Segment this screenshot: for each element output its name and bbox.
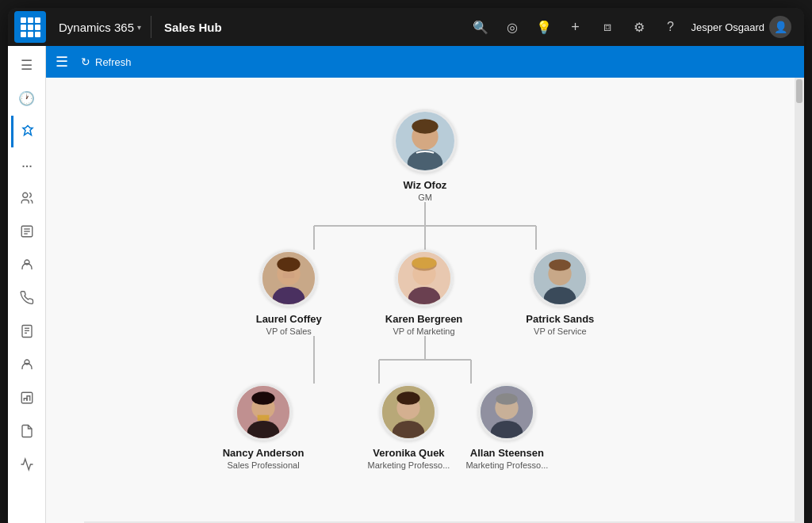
node-name-patrick: Patrick Sands — [526, 313, 594, 325]
sidebar-item-analytics[interactable] — [11, 449, 43, 480]
svg-point-30 — [412, 257, 436, 269]
svg-point-49 — [397, 391, 420, 405]
level2-row: Laurel Coffey VP of Sales — [256, 250, 595, 336]
help-icon-btn[interactable]: ? — [657, 13, 685, 41]
app-title[interactable]: Dynamics 365 ▾ — [52, 21, 147, 34]
sidebar-item-recent[interactable]: 🕐 — [11, 82, 43, 114]
node-name-nancy: Nancy Anderson — [223, 447, 304, 459]
node-title-nancy: Sales Professional — [228, 460, 300, 470]
device-frame: Dynamics 365 ▾ Sales Hub 🔍 ◎ 💡 + ⧈ ⚙ ? J… — [8, 8, 804, 523]
svg-point-44 — [251, 391, 274, 405]
sidebar-item-phone[interactable] — [11, 282, 43, 314]
sidebar-item-reports[interactable] — [11, 382, 43, 414]
node-name-veronika: Veronika Quek — [373, 447, 444, 459]
avatar-veronika-quek — [380, 384, 437, 441]
refresh-icon: ↻ — [81, 55, 90, 68]
connector-l2-l3 — [251, 336, 599, 384]
avatar-allan-steensen — [478, 384, 535, 441]
nav-icons: 🔍 ◎ 💡 + ⧈ ⚙ ? — [466, 13, 685, 41]
settings-icon-btn[interactable]: ⚙ — [625, 13, 653, 41]
svg-point-15 — [412, 119, 438, 134]
plus-icon-btn[interactable]: + — [561, 13, 590, 41]
user-area[interactable]: Jesper Osgaard 👤 — [685, 16, 799, 38]
sidebar-item-pinned[interactable] — [11, 116, 43, 147]
sidebar-item-doc[interactable] — [11, 415, 43, 447]
search-icon-btn[interactable]: 🔍 — [466, 13, 495, 41]
avatar-laurel-coffey — [260, 250, 317, 307]
waffle-grid — [21, 17, 40, 37]
app-title-chevron: ▾ — [137, 23, 141, 32]
node-name-wiz: Wiz Ofoz — [404, 179, 447, 191]
svg-rect-6 — [22, 326, 32, 338]
node-title-patrick: VP of Service — [534, 326, 586, 336]
user-avatar: 👤 — [769, 16, 791, 38]
nav-divider — [151, 16, 151, 38]
node-title-karen: VP of Marketing — [393, 326, 455, 336]
node-title-veronika: Marketing Professo... — [367, 460, 450, 470]
node-name-allan: Allan Steensen — [470, 447, 544, 459]
node-name-laurel: Laurel Coffey — [256, 313, 322, 325]
target-icon-btn[interactable]: ◎ — [498, 13, 527, 41]
node-name-karen: Karen Bergreen — [385, 313, 463, 325]
org-chart-area[interactable]: Wiz Ofoz GM — [46, 78, 804, 523]
lightbulb-icon-btn[interactable]: 💡 — [530, 13, 558, 41]
node-allan[interactable]: Allan Steensen Marketing Professo... — [465, 384, 548, 470]
toolbar: ☰ ↻ Refresh — [46, 46, 804, 78]
toolbar-menu-icon[interactable]: ☰ — [56, 53, 68, 71]
svg-rect-25 — [283, 273, 295, 278]
sidebar-item-menu[interactable]: ☰ — [11, 49, 43, 81]
svg-point-53 — [496, 393, 519, 405]
module-title: Sales Hub — [155, 21, 232, 34]
sidebar-item-notes[interactable] — [11, 216, 43, 247]
waffle-button[interactable] — [14, 11, 46, 43]
avatar-wiz-ofoz — [393, 109, 457, 173]
sidebar-item-person2[interactable] — [11, 349, 43, 380]
sidebar-item-tasks[interactable] — [11, 315, 43, 347]
avatar-patrick-sands — [531, 250, 588, 307]
app-title-text: Dynamics 365 — [59, 21, 134, 34]
node-veronika[interactable]: Veronika Quek Marketing Professo... — [367, 384, 450, 470]
node-nancy[interactable]: Nancy Anderson Sales Professional — [223, 384, 304, 470]
top-nav: Dynamics 365 ▾ Sales Hub 🔍 ◎ 💡 + ⧈ ⚙ ? J… — [8, 8, 804, 46]
sidebar-item-contacts[interactable] — [11, 249, 43, 281]
level3-row: Nancy Anderson Sales Professional — [223, 384, 549, 470]
filter-icon-btn[interactable]: ⧈ — [593, 13, 622, 41]
node-patrick[interactable]: Patrick Sands VP of Service — [526, 250, 594, 336]
svg-rect-45 — [258, 415, 270, 421]
main-area: ☰ 🕐 ··· — [8, 46, 804, 523]
refresh-button[interactable]: ↻ Refresh — [81, 55, 132, 68]
avatar-nancy-anderson — [235, 384, 292, 441]
user-name: Jesper Osgaard — [691, 21, 765, 33]
node-title-laurel: VP of Sales — [266, 326, 312, 336]
svg-point-34 — [550, 259, 572, 271]
node-laurel[interactable]: Laurel Coffey VP of Sales — [256, 250, 322, 336]
svg-point-0 — [22, 193, 27, 197]
refresh-label: Refresh — [95, 56, 132, 68]
content-area: ☰ ↻ Refresh — [46, 46, 804, 523]
sidebar-item-accounts[interactable] — [11, 182, 43, 214]
scrollbar-right[interactable] — [795, 78, 804, 523]
svg-point-24 — [278, 257, 301, 271]
node-karen[interactable]: Karen Bergreen VP of Marketing — [385, 250, 463, 336]
org-chart: Wiz Ofoz GM — [62, 94, 788, 502]
node-root[interactable]: Wiz Ofoz GM — [393, 109, 457, 202]
connector-root-l2 — [251, 202, 599, 250]
node-title-wiz: GM — [418, 193, 432, 202]
avatar-karen-bergreen — [396, 250, 453, 307]
sidebar-item-more[interactable]: ··· — [11, 149, 43, 181]
sidebar: ☰ 🕐 ··· — [8, 46, 46, 523]
node-title-allan: Marketing Professo... — [465, 460, 548, 470]
